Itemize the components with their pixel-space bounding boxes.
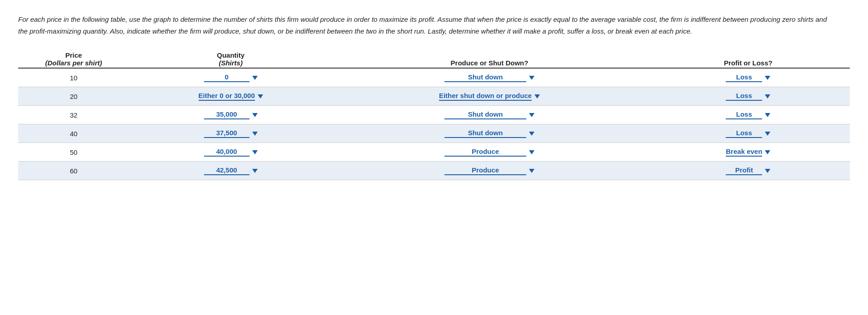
qty-cell: 37,500 bbox=[129, 124, 332, 143]
qty-dropdown-arrow[interactable] bbox=[252, 76, 258, 80]
profit-dropdown-arrow[interactable] bbox=[765, 113, 770, 117]
profit-value: Profit bbox=[726, 166, 762, 175]
profit-value: Loss bbox=[726, 129, 762, 138]
profit-value: Loss bbox=[726, 73, 762, 82]
produce-cell: Shut down bbox=[332, 106, 646, 124]
table-body: 100Shut downLoss20Either 0 or 30,000Eith… bbox=[18, 68, 850, 180]
profit-cell: Loss bbox=[647, 68, 850, 87]
qty-dropdown-arrow[interactable] bbox=[252, 113, 258, 117]
price-header: Price bbox=[18, 49, 129, 59]
price-cell: 10 bbox=[18, 68, 129, 87]
profit-header bbox=[647, 49, 850, 59]
intro-paragraph: For each price in the following table, u… bbox=[18, 14, 836, 37]
profit-cell: Loss bbox=[647, 106, 850, 124]
table-row: 5040,000ProduceBreak even bbox=[18, 143, 850, 162]
produce-cell: Either shut down or produce bbox=[332, 87, 646, 106]
profit-dropdown-arrow[interactable] bbox=[765, 132, 770, 136]
table-row: 20Either 0 or 30,000Either shut down or … bbox=[18, 87, 850, 106]
qty-value: 40,000 bbox=[204, 148, 249, 157]
table-row: 3235,000Shut downLoss bbox=[18, 106, 850, 124]
profit-cell: Loss bbox=[647, 124, 850, 143]
produce-dropdown-arrow[interactable] bbox=[529, 113, 534, 117]
produce-dropdown-arrow[interactable] bbox=[534, 94, 540, 98]
qty-dropdown-arrow[interactable] bbox=[252, 150, 258, 154]
qty-cell: 42,500 bbox=[129, 162, 332, 180]
produce-value: Shut down bbox=[444, 129, 526, 138]
profit-sub-header: Profit or Loss? bbox=[647, 59, 850, 68]
profit-cell: Break even bbox=[647, 143, 850, 162]
price-cell: 32 bbox=[18, 106, 129, 124]
produce-dropdown-arrow[interactable] bbox=[529, 169, 534, 173]
profit-dropdown-arrow[interactable] bbox=[765, 94, 770, 98]
qty-value: 42,500 bbox=[204, 166, 249, 175]
produce-value: Produce bbox=[444, 166, 526, 175]
qty-cell: 40,000 bbox=[129, 143, 332, 162]
produce-value: Produce bbox=[444, 148, 526, 157]
price-cell: 50 bbox=[18, 143, 129, 162]
produce-dropdown-arrow[interactable] bbox=[529, 132, 534, 136]
produce-cell: Produce bbox=[332, 143, 646, 162]
header-row-sublabels: (Dollars per shirt) (Shirts) Produce or … bbox=[18, 59, 850, 68]
table-row: 6042,500ProduceProfit bbox=[18, 162, 850, 180]
produce-cell: Shut down bbox=[332, 68, 646, 87]
price-sub-header: (Dollars per shirt) bbox=[18, 59, 129, 68]
produce-cell: Shut down bbox=[332, 124, 646, 143]
profit-cell: Profit bbox=[647, 162, 850, 180]
price-cell: 20 bbox=[18, 87, 129, 106]
qty-dropdown-arrow[interactable] bbox=[252, 169, 258, 173]
profit-value: Loss bbox=[726, 92, 762, 101]
profit-cell: Loss bbox=[647, 87, 850, 106]
produce-value: Shut down bbox=[444, 73, 526, 82]
qty-value: 0 bbox=[204, 73, 249, 82]
qty-dropdown-arrow[interactable] bbox=[252, 132, 258, 136]
table-row: 4037,500Shut downLoss bbox=[18, 124, 850, 143]
produce-cell: Produce bbox=[332, 162, 646, 180]
produce-dropdown-arrow[interactable] bbox=[529, 150, 534, 154]
price-cell: 60 bbox=[18, 162, 129, 180]
qty-header: Quantity bbox=[129, 49, 332, 59]
data-table: Price Quantity (Dollars per shirt) (Shir… bbox=[18, 49, 850, 180]
price-cell: 40 bbox=[18, 124, 129, 143]
produce-header bbox=[332, 49, 646, 59]
qty-cell: 0 bbox=[129, 68, 332, 87]
qty-sub-header: (Shirts) bbox=[129, 59, 332, 68]
qty-cell: Either 0 or 30,000 bbox=[129, 87, 332, 106]
table-row: 100Shut downLoss bbox=[18, 68, 850, 87]
profit-value: Break even bbox=[726, 148, 762, 157]
qty-cell: 35,000 bbox=[129, 106, 332, 124]
qty-value: Either 0 or 30,000 bbox=[199, 92, 255, 101]
profit-dropdown-arrow[interactable] bbox=[765, 76, 770, 80]
produce-dropdown-arrow[interactable] bbox=[529, 76, 534, 80]
header-row-labels: Price Quantity bbox=[18, 49, 850, 59]
profit-value: Loss bbox=[726, 110, 762, 119]
produce-sub-header: Produce or Shut Down? bbox=[332, 59, 646, 68]
main-table-wrapper: Price Quantity (Dollars per shirt) (Shir… bbox=[18, 49, 850, 180]
produce-value: Shut down bbox=[444, 110, 526, 119]
qty-value: 35,000 bbox=[204, 110, 249, 119]
profit-dropdown-arrow[interactable] bbox=[765, 150, 770, 154]
qty-value: 37,500 bbox=[204, 129, 249, 138]
profit-dropdown-arrow[interactable] bbox=[765, 169, 770, 173]
qty-dropdown-arrow[interactable] bbox=[258, 94, 263, 98]
produce-value: Either shut down or produce bbox=[439, 92, 532, 101]
